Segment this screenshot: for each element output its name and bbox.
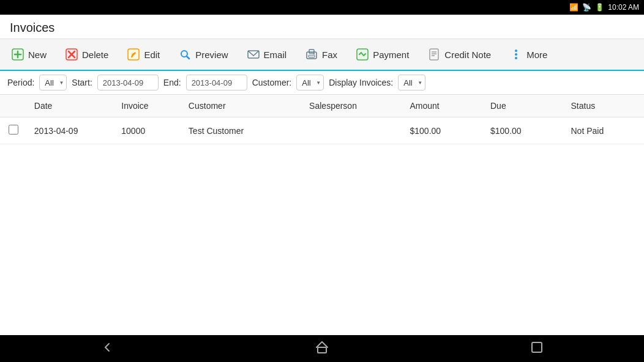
status-time: 10:02 AM bbox=[608, 3, 639, 12]
svg-rect-23 bbox=[318, 347, 326, 353]
preview-button[interactable]: Preview bbox=[170, 43, 236, 66]
customer-dropdown-wrap[interactable]: All bbox=[296, 75, 324, 90]
page-title: Invoices bbox=[10, 21, 634, 35]
col-header-due: Due bbox=[483, 95, 564, 117]
col-header-salesperson: Salesperson bbox=[302, 95, 402, 117]
period-label: Period: bbox=[7, 78, 34, 87]
row-checkbox[interactable] bbox=[9, 125, 18, 135]
email-icon bbox=[247, 48, 260, 61]
email-button[interactable]: Email bbox=[238, 43, 296, 66]
status-battery-icon: 🔋 bbox=[595, 3, 604, 12]
row-status: Not Paid bbox=[563, 117, 644, 144]
period-select[interactable]: All bbox=[39, 75, 67, 90]
svg-rect-16 bbox=[430, 49, 438, 60]
new-icon bbox=[11, 48, 24, 61]
new-button[interactable]: New bbox=[2, 43, 55, 66]
svg-point-14 bbox=[313, 53, 315, 54]
payment-label: Payment bbox=[373, 50, 409, 60]
svg-rect-13 bbox=[309, 55, 315, 57]
preview-label: Preview bbox=[195, 50, 228, 60]
more-label: More bbox=[526, 50, 547, 60]
more-icon bbox=[509, 48, 523, 61]
edit-label: Edit bbox=[144, 50, 160, 60]
row-customer: Test Customer bbox=[181, 117, 302, 144]
period-dropdown-wrap[interactable]: All bbox=[39, 75, 67, 90]
edit-button[interactable]: Edit bbox=[118, 43, 168, 66]
delete-label: Delete bbox=[82, 50, 108, 60]
filter-bar: Period: All Start: End: Customer: All Di… bbox=[0, 71, 644, 95]
fax-button[interactable]: Fax bbox=[296, 43, 346, 66]
row-date: 2013-04-09 bbox=[27, 117, 114, 144]
row-invoice: 10000 bbox=[114, 117, 181, 144]
new-label: New bbox=[28, 50, 47, 60]
row-checkbox-cell[interactable] bbox=[0, 117, 27, 144]
svg-point-20 bbox=[515, 50, 517, 52]
col-header-date: Date bbox=[27, 95, 114, 117]
recent-button[interactable] bbox=[512, 336, 561, 361]
svg-point-21 bbox=[515, 53, 517, 56]
home-button[interactable] bbox=[298, 336, 346, 361]
page-title-bar: Invoices bbox=[0, 15, 644, 39]
fax-label: Fax bbox=[322, 50, 337, 60]
status-bar: 📶 📡 🔋 10:02 AM bbox=[0, 0, 644, 15]
col-header-status: Status bbox=[563, 95, 644, 117]
start-label: Start: bbox=[72, 78, 92, 87]
app-container: Invoices New Delete bbox=[0, 15, 644, 350]
edit-icon bbox=[127, 48, 140, 61]
row-salesperson bbox=[302, 117, 402, 144]
back-icon bbox=[100, 340, 114, 358]
delete-button[interactable]: Delete bbox=[56, 43, 117, 66]
svg-point-22 bbox=[515, 57, 517, 59]
end-label: End: bbox=[163, 78, 181, 87]
email-label: Email bbox=[264, 50, 287, 60]
display-select[interactable]: All bbox=[398, 75, 425, 90]
back-button[interactable] bbox=[83, 336, 132, 361]
col-header-invoice: Invoice bbox=[114, 95, 181, 117]
col-header-checkbox bbox=[0, 95, 27, 117]
nav-bar bbox=[0, 335, 644, 362]
credit-note-icon bbox=[427, 48, 441, 61]
table-body: 2013-04-09 10000 Test Customer $100.00 $… bbox=[0, 117, 644, 144]
svg-line-9 bbox=[187, 56, 189, 59]
invoices-grid: Date Invoice Customer Salesperson Amount… bbox=[0, 95, 644, 144]
credit-note-label: Credit Note bbox=[444, 50, 491, 60]
col-header-customer: Customer bbox=[181, 95, 302, 117]
more-button[interactable]: More bbox=[501, 43, 556, 66]
recent-icon bbox=[530, 340, 544, 358]
table-header-row: Date Invoice Customer Salesperson Amount… bbox=[0, 95, 644, 117]
row-due: $100.00 bbox=[483, 117, 564, 144]
delete-icon bbox=[65, 48, 78, 61]
end-input[interactable] bbox=[186, 75, 247, 90]
toolbar: New Delete Edit bbox=[0, 39, 644, 71]
home-icon bbox=[315, 340, 329, 358]
status-signal-icon: 📶 bbox=[569, 3, 578, 12]
table-row[interactable]: 2013-04-09 10000 Test Customer $100.00 $… bbox=[0, 117, 644, 144]
svg-rect-12 bbox=[309, 50, 314, 53]
payment-icon bbox=[356, 48, 369, 61]
invoice-table: Date Invoice Customer Salesperson Amount… bbox=[0, 95, 644, 350]
display-dropdown-wrap[interactable]: All bbox=[398, 75, 425, 90]
svg-rect-24 bbox=[532, 342, 542, 352]
display-label: Display Invoices: bbox=[329, 78, 393, 87]
fax-icon bbox=[305, 48, 318, 61]
payment-button[interactable]: Payment bbox=[347, 43, 417, 66]
row-amount: $100.00 bbox=[402, 117, 483, 144]
col-header-amount: Amount bbox=[402, 95, 483, 117]
credit-note-button[interactable]: Credit Note bbox=[419, 43, 500, 66]
preview-icon bbox=[178, 48, 192, 61]
customer-select[interactable]: All bbox=[296, 75, 324, 90]
status-wifi-icon: 📡 bbox=[582, 3, 591, 12]
customer-label: Customer: bbox=[252, 78, 292, 87]
start-input[interactable] bbox=[97, 75, 159, 90]
